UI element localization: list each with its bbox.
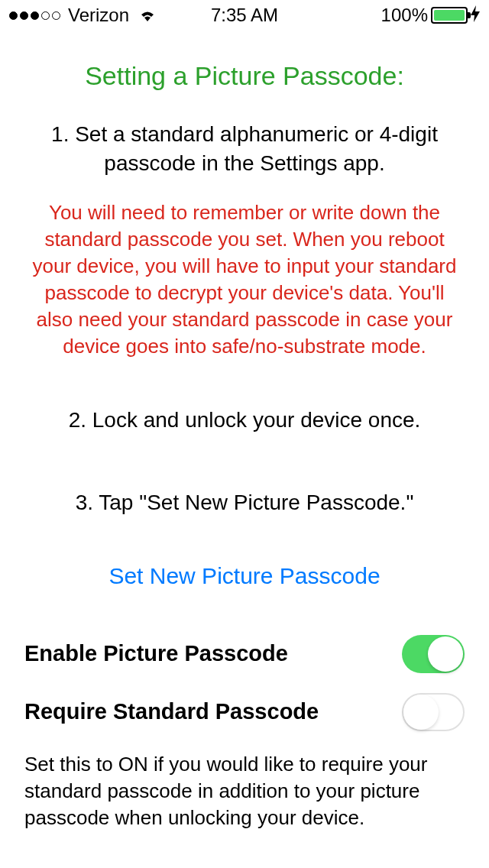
set-new-picture-passcode-button[interactable]: Set New Picture Passcode: [24, 563, 465, 589]
enable-picture-passcode-toggle[interactable]: [402, 635, 465, 673]
charging-icon: [471, 5, 480, 26]
warning-text: You will need to remember or write down …: [24, 199, 465, 361]
carrier-label: Verizon: [68, 5, 129, 26]
status-right: 100%: [381, 5, 480, 26]
status-left: Verizon: [9, 5, 157, 26]
page-title: Setting a Picture Passcode:: [24, 61, 465, 91]
wifi-icon: [138, 5, 157, 26]
signal-strength-icon: [9, 11, 60, 20]
status-bar: Verizon 7:35 AM 100%: [0, 0, 489, 31]
enable-picture-passcode-row: Enable Picture Passcode: [24, 635, 465, 673]
require-standard-passcode-label: Require Standard Passcode: [24, 699, 319, 724]
step-3-text: 3. Tap "Set New Picture Passcode.": [24, 488, 465, 517]
battery-percent: 100%: [381, 5, 428, 26]
battery-icon: [431, 7, 468, 24]
main-content: Setting a Picture Passcode: 1. Set a sta…: [0, 31, 489, 831]
enable-picture-passcode-label: Enable Picture Passcode: [24, 641, 288, 666]
require-standard-passcode-row: Require Standard Passcode: [24, 693, 465, 731]
require-standard-passcode-description: Set this to ON if you would like to requ…: [24, 751, 465, 831]
step-2-text: 2. Lock and unlock your device once.: [24, 406, 465, 435]
step-1-text: 1. Set a standard alphanumeric or 4-digi…: [24, 120, 465, 178]
clock: 7:35 AM: [211, 5, 278, 26]
require-standard-passcode-toggle[interactable]: [402, 693, 465, 731]
